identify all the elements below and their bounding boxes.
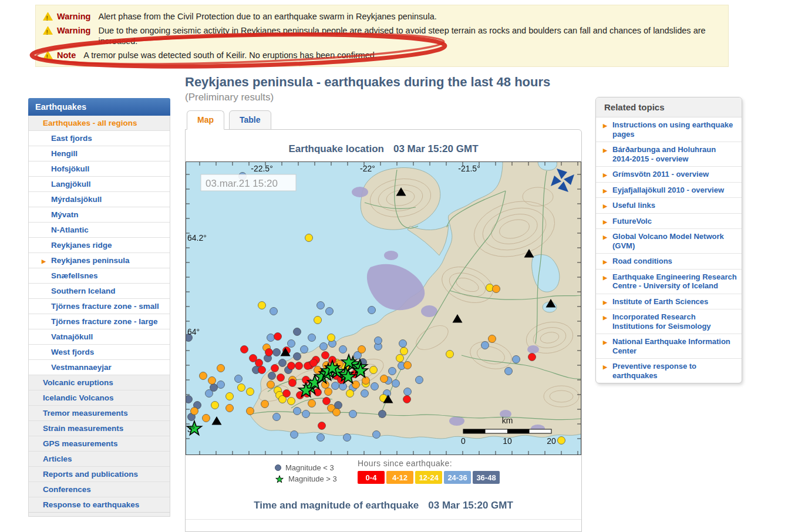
related-topic-incorporated-research-institutions-for-s[interactable]: ▶Incorporated Research Institutions for … bbox=[596, 309, 742, 334]
sidebar-item-m-rdalsj-kull[interactable]: Mýrdalsjökull bbox=[29, 191, 170, 207]
bullet-arrow-icon: ▶ bbox=[603, 338, 607, 348]
sidebar-item-west-fjords[interactable]: West fjords bbox=[29, 344, 170, 359]
sidebar-item-tj-rnes-fracture-zone-small[interactable]: Tjörnes fracture zone - small bbox=[29, 298, 170, 314]
quake-dot-y bbox=[400, 348, 408, 355]
sidebar-item-tj-rnes-fracture-zone-large[interactable]: Tjörnes fracture zone - large bbox=[29, 314, 170, 329]
hours-legend: Hours since earthquake: 0-44-1212-2424-3… bbox=[358, 459, 500, 484]
legend-bin-0-4: 0-4 bbox=[358, 471, 385, 484]
sidebar-item-n-atlantic[interactable]: N-Atlantic bbox=[29, 222, 170, 237]
sidebar-item-label: Mýrdalsjökull bbox=[51, 195, 102, 204]
sidebar-item-label: Tremor measurements bbox=[43, 409, 128, 417]
quake-dot-b bbox=[389, 368, 396, 375]
quake-dot-o bbox=[261, 400, 269, 408]
related-topic-national-earthquake-information-center[interactable]: ▶National Earthquake Information Center bbox=[596, 334, 742, 358]
related-topic-label: Preventive response to earthquakes bbox=[612, 362, 696, 380]
quake-dot-o bbox=[226, 405, 234, 412]
sidebar-item-east-fjords[interactable]: East fjords bbox=[29, 130, 170, 146]
quake-dot-r bbox=[323, 398, 331, 405]
quake-dot-b bbox=[373, 431, 380, 439]
alert-text: Due to the ongoing seismic activity in R… bbox=[98, 25, 722, 46]
quake-dot-r bbox=[289, 379, 297, 387]
bullet-arrow-icon: ▶ bbox=[603, 363, 607, 372]
quake-dot-r bbox=[288, 362, 295, 370]
related-topic-global-volcano-model-network-gvm-[interactable]: ▶Global Volcano Model Network (GVM) bbox=[596, 228, 742, 253]
sidebar-item-langj-kull[interactable]: Langjökull bbox=[29, 176, 170, 191]
sidebar-item-response-to-earthquakes[interactable]: Response to earthquakes bbox=[29, 497, 170, 512]
quake-dot-o bbox=[493, 285, 500, 293]
related-topics-list: ▶Instructions on using earthquake pages▶… bbox=[596, 117, 742, 383]
related-topic-preventive-response-to-earthquakes[interactable]: ▶Preventive response to earthquakes bbox=[596, 358, 742, 383]
related-topic-institute-of-earth-sciences[interactable]: ▶Institute of Earth Sciences bbox=[596, 294, 742, 309]
sidebar-item-hengill[interactable]: Hengill bbox=[29, 146, 170, 161]
quake-dot-b bbox=[320, 343, 328, 351]
tab-map[interactable]: Map bbox=[187, 110, 224, 130]
quake-dot-s bbox=[294, 353, 301, 361]
quake-dot-b bbox=[206, 390, 213, 398]
sidebar-item-southern-iceland[interactable]: Southern Iceland bbox=[29, 283, 170, 298]
quake-dot-o bbox=[358, 346, 366, 353]
related-topic-futurevolc[interactable]: ▶FutureVolc bbox=[596, 213, 742, 229]
sidebar-item-label: Vestmannaeyjar bbox=[51, 363, 112, 372]
related-topic-instructions-on-using-earthquake-pages[interactable]: ▶Instructions on using earthquake pages bbox=[596, 117, 742, 142]
related-topic-b-r-arbunga-and-holuhraun-2014-2015-over[interactable]: ▶Bárðarbunga and Holuhraun 2014-2015 - o… bbox=[596, 142, 742, 166]
quake-dot-r bbox=[265, 349, 273, 356]
quake-dot-b bbox=[294, 408, 301, 415]
sidebar-item-label: East fjords bbox=[51, 134, 92, 143]
earthquakes-nav-stub bbox=[28, 513, 170, 517]
quake-dot-y bbox=[226, 393, 234, 400]
sidebar-item-strain-measurements[interactable]: Strain measurements bbox=[29, 420, 170, 436]
sidebar-item-label: Articles bbox=[43, 454, 72, 463]
quake-dot-b bbox=[291, 431, 298, 439]
sidebar-item-sn-fellsnes[interactable]: Snæfellsnes bbox=[29, 268, 170, 283]
sidebar-item-label: Response to earthquakes bbox=[43, 500, 139, 509]
quake-dot-y bbox=[211, 402, 219, 409]
quake-dot-b bbox=[317, 302, 325, 309]
sidebar-item-label: Earthquakes - all regions bbox=[43, 119, 137, 127]
sidebar-item-vatnaj-kull[interactable]: Vatnajökull bbox=[29, 329, 170, 344]
svg-text:0: 0 bbox=[461, 436, 466, 446]
sidebar-item-reykjanes-peninsula[interactable]: ▶Reykjanes peninsula bbox=[29, 252, 170, 268]
related-topic-useful-links[interactable]: ▶Useful links bbox=[596, 197, 742, 213]
quake-dot-s bbox=[294, 328, 301, 336]
quake-dot-b bbox=[317, 434, 325, 442]
sidebar-item-volcanic-eruptions[interactable]: Volcanic eruptions bbox=[29, 375, 170, 390]
sidebar-item-earthquakes-all-regions[interactable]: Earthquakes - all regions bbox=[29, 116, 170, 130]
sidebar-item-label: Volcanic eruptions bbox=[43, 378, 113, 387]
sidebar-item-vestmannaeyjar[interactable]: Vestmannaeyjar bbox=[29, 359, 170, 375]
related-topic-label: Road conditions bbox=[612, 257, 672, 265]
sidebar-item-m-vatn[interactable]: Mývatn bbox=[29, 207, 170, 222]
sidebar-item-gps-measurements[interactable]: GPS measurements bbox=[29, 436, 170, 451]
time-heading-timestamp: 03 Mar 15:20 GMT bbox=[428, 500, 513, 511]
next-chart-top-edge bbox=[186, 519, 581, 520]
quake-dot-b bbox=[217, 381, 225, 389]
sidebar-item-label: N-Atlantic bbox=[51, 225, 89, 234]
sidebar-item-label: Strain measurements bbox=[43, 424, 123, 433]
quake-dot-o bbox=[200, 372, 207, 380]
quake-dot-r bbox=[318, 422, 326, 430]
quake-dot-b bbox=[332, 382, 339, 390]
quake-dot-o bbox=[247, 408, 254, 415]
sidebar-item-tremor-measurements[interactable]: Tremor measurements bbox=[29, 405, 170, 420]
sidebar-item-reykjanes-ridge[interactable]: Reykjanes ridge bbox=[29, 237, 170, 252]
tab-table[interactable]: Table bbox=[229, 110, 271, 130]
quake-dot-b bbox=[235, 375, 243, 383]
related-topic-earthquake-engineering-research-centre-u[interactable]: ▶Earthquake Engineering Research Centre … bbox=[596, 269, 742, 294]
bullet-arrow-icon: ▶ bbox=[603, 218, 607, 227]
quake-dot-o bbox=[380, 375, 388, 383]
quake-dot-r bbox=[277, 374, 285, 382]
sidebar-item-articles[interactable]: Articles bbox=[29, 451, 170, 466]
sidebar-item-reports-and-publications[interactable]: Reports and publications bbox=[29, 466, 170, 482]
related-topic-gr-msv-tn-2011-overview[interactable]: ▶Grímsvötn 2011 - overview bbox=[596, 166, 742, 182]
magnitude-legend: Magnitude < 3 Magnitude > 3 bbox=[275, 462, 337, 484]
related-topic-eyjafjallaj-kull-2010-overview[interactable]: ▶Eyjafjallajökull 2010 - overview bbox=[596, 182, 742, 198]
sidebar-item-conferences[interactable]: Conferences bbox=[29, 482, 170, 497]
quake-dot-b bbox=[392, 380, 400, 388]
bullet-arrow-icon: ▶ bbox=[603, 146, 607, 156]
sidebar-item-icelandic-volcanos[interactable]: Icelandic Volcanos bbox=[29, 390, 170, 405]
quake-dot-o bbox=[267, 381, 275, 389]
related-topic-road-conditions[interactable]: ▶Road conditions bbox=[596, 253, 742, 269]
sidebar-item-hofsj-kull[interactable]: Hofsjökull bbox=[29, 161, 170, 176]
alert-row: !NoteA tremor pulse was detected south o… bbox=[43, 50, 722, 60]
earthquakes-nav: Earthquakes Earthquakes - all regionsEas… bbox=[28, 98, 170, 517]
latitude-label: 3° bbox=[187, 425, 195, 434]
